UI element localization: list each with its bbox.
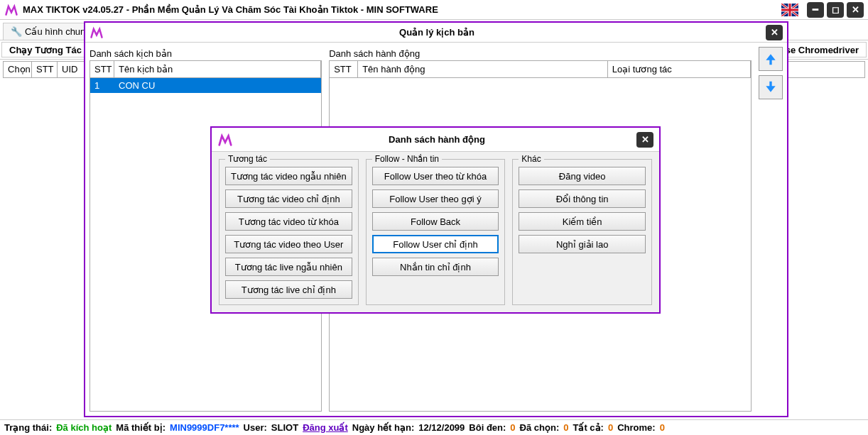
action-button[interactable]: Đổi thông tin bbox=[519, 189, 646, 208]
window-title: MAX TIKTOK v24.05.27 - Phần Mềm Quản Lý … bbox=[23, 4, 781, 15]
action-button[interactable]: Nghỉ giải lao bbox=[519, 235, 646, 253]
scenario-row-name: CON CU bbox=[114, 78, 321, 93]
scenario-row-stt: 1 bbox=[90, 78, 114, 93]
modal2-close-button[interactable]: ✕ bbox=[636, 132, 653, 148]
modal1-titlebar: Quản lý kịch bản ✕ bbox=[85, 23, 787, 43]
action-col-stt[interactable]: STT bbox=[330, 61, 358, 77]
expire-label: Ngày hết hạn: bbox=[352, 422, 415, 433]
move-down-button[interactable] bbox=[759, 75, 783, 99]
action-button[interactable]: Tương tác video chỉ định bbox=[225, 189, 352, 208]
black-label: Bôi đen: bbox=[469, 422, 506, 433]
action-button[interactable]: Follow User chỉ định bbox=[372, 235, 499, 253]
action-button[interactable]: Tương tác video theo User bbox=[225, 235, 352, 253]
scenario-col-name[interactable]: Tên kịch bản bbox=[114, 61, 321, 77]
app-logo-icon bbox=[4, 3, 18, 17]
group-interact: Tương tác Tương tác video ngẫu nhiênTươn… bbox=[219, 159, 359, 305]
status-label: Trạng thái: bbox=[4, 422, 52, 433]
group-other: Khác Đăng videoĐổi thông tinKiếm tiềnNgh… bbox=[512, 159, 652, 305]
action-button[interactable]: Tương tác live ngẫu nhiên bbox=[225, 258, 352, 276]
expire-value: 12/12/2099 bbox=[418, 422, 465, 433]
action-button[interactable]: Kiếm tiền bbox=[519, 212, 646, 231]
tab-chromedriver-label: se Chromedriver bbox=[786, 45, 859, 55]
scenario-list-label: Danh sách kịch bản bbox=[89, 47, 322, 60]
action-button[interactable]: Tương tác video ngẫu nhiên bbox=[225, 167, 352, 185]
device-value: MIN9999DF7**** bbox=[170, 422, 239, 433]
minimize-button[interactable]: ━ bbox=[807, 2, 824, 18]
tab-run-label: Chạy Tương Tác bbox=[9, 45, 82, 55]
modal2-logo-icon bbox=[217, 132, 233, 148]
action-button[interactable]: Đăng video bbox=[519, 167, 646, 185]
language-flag-icon[interactable] bbox=[781, 4, 798, 16]
action-groups: Tương tác Tương tác video ngẫu nhiênTươn… bbox=[212, 152, 659, 312]
user-label: User: bbox=[244, 422, 267, 433]
arrow-down-icon bbox=[764, 80, 778, 94]
modal1-close-button[interactable]: ✕ bbox=[766, 25, 783, 40]
action-button[interactable]: Follow User theo từ khóa bbox=[372, 167, 499, 185]
logout-link[interactable]: Đăng xuất bbox=[303, 422, 348, 433]
chrome-label: Chrome: bbox=[617, 422, 655, 433]
scenario-row[interactable]: 1 CON CU bbox=[90, 78, 321, 93]
wrench-icon: 🔧 bbox=[11, 26, 22, 37]
modal1-logo-icon bbox=[89, 26, 104, 40]
action-picker-modal: Danh sách hành động ✕ Tương tác Tương tá… bbox=[210, 126, 661, 314]
col-uid[interactable]: UID bbox=[58, 62, 86, 77]
action-list-label: Danh sách hành động bbox=[329, 47, 752, 60]
modal2-titlebar: Danh sách hành động ✕ bbox=[212, 128, 659, 152]
group-other-legend: Khác bbox=[519, 154, 543, 164]
user-value: SLIOT bbox=[271, 422, 298, 433]
black-value: 0 bbox=[510, 422, 515, 433]
action-button[interactable]: Tương tác video từ khóa bbox=[225, 212, 352, 231]
action-button[interactable]: Nhắn tin chỉ định bbox=[372, 258, 499, 276]
tab-chromedriver[interactable]: se Chromedriver bbox=[778, 42, 867, 57]
move-up-button[interactable] bbox=[759, 47, 783, 71]
action-button[interactable]: Follow User theo gợi ý bbox=[372, 189, 499, 208]
tab-run-interaction[interactable]: Chạy Tương Tác bbox=[1, 42, 89, 57]
arrow-up-icon bbox=[764, 52, 778, 66]
group-follow-legend: Follow - Nhắn tin bbox=[372, 154, 442, 164]
action-button[interactable]: Tương tác live chỉ định bbox=[225, 280, 352, 299]
all-value: 0 bbox=[608, 422, 613, 433]
chrome-value: 0 bbox=[660, 422, 665, 433]
selected-value: 0 bbox=[563, 422, 568, 433]
all-label: Tất cả: bbox=[573, 422, 603, 433]
group-interact-legend: Tương tác bbox=[225, 154, 270, 164]
action-col-type[interactable]: Loại tương tác bbox=[608, 61, 751, 77]
selected-label: Đã chọn: bbox=[520, 422, 560, 433]
modal2-title: Danh sách hành động bbox=[237, 134, 636, 145]
statusbar: Trạng thái: Đã kích hoạt Mã thiết bị: MI… bbox=[0, 419, 868, 435]
col-stt[interactable]: STT bbox=[32, 62, 58, 77]
device-label: Mã thiết bị: bbox=[116, 422, 166, 433]
group-follow: Follow - Nhắn tin Follow User theo từ kh… bbox=[366, 159, 506, 305]
modal1-title: Quản lý kịch bản bbox=[108, 27, 766, 38]
action-button[interactable]: Follow Back bbox=[372, 212, 499, 231]
col-chon[interactable]: Chọn bbox=[4, 62, 32, 77]
titlebar: MAX TIKTOK v24.05.27 - Phần Mềm Quản Lý … bbox=[0, 0, 868, 20]
status-value: Đã kích hoạt bbox=[56, 422, 112, 433]
tab-config-label: Cấu hình chung bbox=[25, 26, 91, 37]
action-col-name[interactable]: Tên hành động bbox=[358, 61, 608, 77]
close-button[interactable]: ✕ bbox=[847, 2, 864, 18]
scenario-col-stt[interactable]: STT bbox=[90, 61, 114, 77]
maximize-button[interactable]: ◻ bbox=[827, 2, 844, 18]
